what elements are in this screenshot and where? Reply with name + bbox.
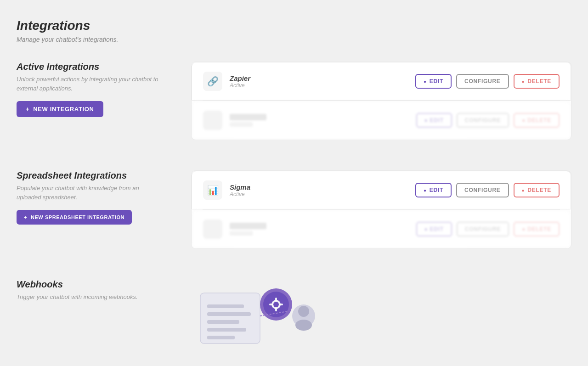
page-subtitle: Manage your chatbot's integrations. bbox=[17, 36, 571, 43]
edit-button-blurred[interactable]: ● EDIT bbox=[416, 113, 452, 128]
delete-button[interactable]: ● DELETE bbox=[514, 74, 560, 89]
svg-rect-3 bbox=[207, 320, 239, 324]
configure-button[interactable]: CONFIGURE bbox=[456, 74, 509, 89]
integration-status: Active bbox=[230, 82, 408, 89]
spreadsheet-edit-button[interactable]: ● EDIT bbox=[415, 183, 452, 197]
edit-button[interactable]: ● EDIT bbox=[415, 74, 452, 89]
card-info: Zapier Active bbox=[230, 74, 408, 89]
active-integrations-section: Active Integrations Unlock powerful acti… bbox=[17, 62, 571, 147]
integration-icon: 🔗 bbox=[203, 72, 222, 91]
spreadsheet-edit-dot-icon: ● bbox=[424, 188, 427, 193]
spreadsheet-integrations-cards: 📊 Sigma Active ● EDIT CONFIGURE ● DEL bbox=[191, 170, 571, 256]
new-spreadsheet-label: NEW SPREADSHEET INTEGRATION bbox=[31, 214, 124, 220]
svg-rect-1 bbox=[207, 304, 244, 308]
delete-button-blurred[interactable]: ● DELETE bbox=[514, 113, 560, 128]
active-integration-card-wrapper: 🔗 Zapier Active ● EDIT CONFIGURE ● DE bbox=[191, 62, 571, 140]
spreadsheet-card-actions: ● EDIT CONFIGURE ● DELETE bbox=[415, 183, 560, 197]
spreadsheet-configure-button[interactable]: CONFIGURE bbox=[456, 183, 509, 197]
svg-rect-12 bbox=[269, 304, 273, 305]
delete-button-blurred-2[interactable]: ● DELETE bbox=[514, 222, 560, 236]
spreadsheet-configure-label: CONFIGURE bbox=[464, 187, 500, 193]
plus-icon-2: + bbox=[24, 214, 27, 220]
card-actions-blurred-2: ● EDIT CONFIGURE ● DELETE bbox=[416, 222, 560, 236]
new-integration-label: NEW INTEGRATION bbox=[33, 106, 94, 113]
active-integrations-title: Active Integrations bbox=[17, 62, 177, 72]
svg-rect-10 bbox=[275, 298, 277, 301]
edit-dot-icon: ● bbox=[424, 79, 427, 84]
integration-status-blurred bbox=[230, 122, 253, 127]
spreadsheet-edit-label: EDIT bbox=[430, 187, 443, 193]
card-info-blurred-2 bbox=[230, 223, 409, 236]
table-row: 📊 Sigma Active ● EDIT CONFIGURE ● DEL bbox=[192, 171, 571, 209]
card-actions: ● EDIT CONFIGURE ● DELETE bbox=[415, 74, 560, 89]
svg-rect-5 bbox=[207, 336, 235, 339]
spreadsheet-delete-dot-icon: ● bbox=[522, 188, 525, 193]
webhooks-desc: Trigger your chatbot with incoming webho… bbox=[17, 293, 164, 302]
table-row: 🔗 Zapier Active ● EDIT CONFIGURE ● DE bbox=[192, 62, 571, 101]
webhooks-section: Webhooks Trigger your chatbot with incom… bbox=[17, 279, 571, 353]
delete-dot-icon: ● bbox=[522, 79, 525, 84]
spreadsheet-integrations-left: Spreadsheet Integrations Populate your c… bbox=[17, 170, 191, 225]
active-integrations-left: Active Integrations Unlock powerful acti… bbox=[17, 62, 191, 117]
integration-name: Zapier bbox=[230, 74, 408, 82]
edit-button-blurred-2[interactable]: ● EDIT bbox=[416, 222, 452, 236]
card-actions-blurred: ● EDIT CONFIGURE ● DELETE bbox=[416, 113, 560, 128]
table-row-blurred: ● EDIT CONFIGURE ● DELETE bbox=[192, 101, 571, 140]
configure-label: CONFIGURE bbox=[464, 78, 500, 84]
spreadsheet-integration-icon: 📊 bbox=[203, 180, 222, 200]
webhooks-title: Webhooks bbox=[17, 279, 177, 290]
svg-rect-4 bbox=[207, 328, 246, 332]
spreadsheet-integrations-title: Spreadsheet Integrations bbox=[17, 170, 177, 181]
spreadsheet-integration-card-wrapper: 📊 Sigma Active ● EDIT CONFIGURE ● DEL bbox=[191, 170, 571, 249]
spreadsheet-integrations-desc: Populate your chatbot with knowledge fro… bbox=[17, 184, 164, 202]
active-integrations-desc: Unlock powerful actions by integrating y… bbox=[17, 75, 164, 93]
webhooks-illustration-col bbox=[191, 279, 571, 353]
page-title: Integrations bbox=[17, 18, 571, 33]
svg-rect-2 bbox=[207, 312, 251, 316]
spreadsheet-integration-name: Sigma bbox=[230, 183, 408, 191]
configure-button-blurred-2[interactable]: CONFIGURE bbox=[457, 222, 509, 236]
plus-icon: + bbox=[26, 106, 29, 113]
delete-label: DELETE bbox=[527, 78, 551, 84]
edit-label: EDIT bbox=[430, 78, 443, 84]
svg-point-15 bbox=[298, 306, 309, 317]
svg-point-9 bbox=[273, 302, 279, 307]
svg-rect-11 bbox=[275, 308, 277, 311]
configure-button-blurred[interactable]: CONFIGURE bbox=[457, 113, 509, 128]
spreadsheet-integration-status: Active bbox=[230, 191, 408, 197]
spreadsheet-delete-button[interactable]: ● DELETE bbox=[514, 183, 560, 197]
table-row-blurred-2: ● EDIT CONFIGURE ● DELETE bbox=[192, 210, 571, 248]
webhook-illustration bbox=[191, 279, 329, 353]
integration-icon-blurred-2 bbox=[203, 220, 222, 239]
svg-rect-13 bbox=[279, 304, 283, 305]
spreadsheet-card-info: Sigma Active bbox=[230, 183, 408, 197]
new-integration-button[interactable]: + NEW INTEGRATION bbox=[17, 101, 103, 117]
new-spreadsheet-integration-button[interactable]: + NEW SPREADSHEET INTEGRATION bbox=[17, 210, 132, 225]
svg-point-16 bbox=[295, 320, 312, 331]
card-info-blurred bbox=[230, 114, 409, 127]
spreadsheet-delete-label: DELETE bbox=[527, 187, 551, 193]
active-integrations-cards: 🔗 Zapier Active ● EDIT CONFIGURE ● DE bbox=[191, 62, 571, 147]
integration-icon-blurred bbox=[203, 111, 222, 130]
integration-name-blurred bbox=[230, 114, 266, 120]
webhooks-left: Webhooks Trigger your chatbot with incom… bbox=[17, 279, 191, 310]
spreadsheet-integrations-section: Spreadsheet Integrations Populate your c… bbox=[17, 170, 571, 256]
